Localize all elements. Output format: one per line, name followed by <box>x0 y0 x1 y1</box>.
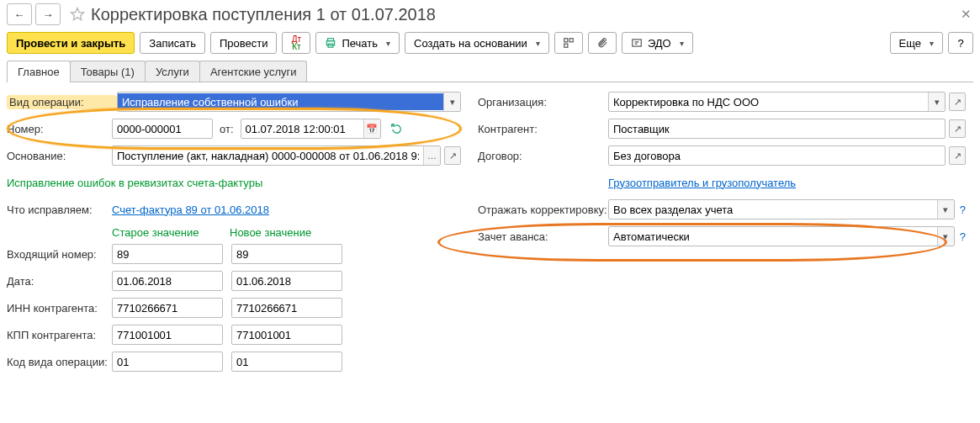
basis-select-button[interactable]: … <box>423 146 440 165</box>
new-date-input[interactable] <box>232 272 342 289</box>
tab-main[interactable]: Главное <box>7 61 71 82</box>
kpp-label: КПП контрагента: <box>7 329 112 341</box>
org-open-button[interactable]: ↗ <box>949 93 966 111</box>
new-value-header: Новое значение <box>230 226 339 239</box>
what-fix-label: Что исправляем: <box>7 204 112 216</box>
reflect-help-icon[interactable]: ? <box>960 204 966 216</box>
svg-marker-0 <box>72 8 84 20</box>
arrow-left-icon: ← <box>14 8 25 21</box>
contract-input[interactable] <box>609 147 945 164</box>
tab-services[interactable]: Услуги <box>145 61 200 82</box>
new-inn-input[interactable] <box>232 299 342 316</box>
advance-label: Зачет аванса: <box>478 230 608 243</box>
post-button[interactable]: Провести <box>210 32 278 54</box>
new-op-code-input[interactable] <box>232 353 342 370</box>
old-kpp-input[interactable] <box>113 326 222 343</box>
op-type-input[interactable] <box>118 93 443 110</box>
number-input[interactable] <box>113 120 212 137</box>
svg-rect-4 <box>564 39 568 42</box>
op-type-label: Вид операции: <box>7 95 117 109</box>
reflect-dropdown[interactable]: ▾ <box>937 200 954 219</box>
basis-open-button[interactable]: ↗ <box>444 146 461 165</box>
close-button[interactable]: ✕ <box>961 7 972 22</box>
more-button[interactable]: Еще <box>890 32 943 54</box>
contractor-label: Контрагент: <box>478 123 608 135</box>
structure-button[interactable] <box>554 32 583 54</box>
reflect-input[interactable] <box>609 201 937 218</box>
dtkt-icon: ДтКт <box>292 35 301 50</box>
org-dropdown[interactable]: ▾ <box>928 93 945 111</box>
svg-rect-6 <box>564 44 568 47</box>
inn-label: ИНН контрагента: <box>7 302 112 315</box>
from-label: от: <box>220 123 234 135</box>
contractor-open-button[interactable]: ↗ <box>949 119 966 138</box>
old-in-number-input[interactable] <box>113 246 222 262</box>
refresh-icon[interactable] <box>389 122 403 135</box>
basis-input[interactable] <box>113 147 423 164</box>
in-number-label: Входящий номер: <box>7 248 112 261</box>
print-button[interactable]: Печать <box>315 32 400 54</box>
date-input[interactable] <box>241 120 363 137</box>
svg-rect-7 <box>633 40 642 46</box>
old-op-code-input[interactable] <box>113 353 222 370</box>
create-based-button[interactable]: Создать на основании <box>405 32 549 54</box>
help-button[interactable]: ? <box>948 32 973 54</box>
edo-icon <box>631 37 643 49</box>
tab-goods[interactable]: Товары (1) <box>70 61 146 82</box>
svg-rect-5 <box>569 39 573 42</box>
attach-button[interactable] <box>588 32 617 54</box>
number-label: Номер: <box>7 123 112 135</box>
write-button[interactable]: Записать <box>140 32 205 54</box>
invoice-link[interactable]: Счет-фактура 89 от 01.06.2018 <box>112 204 269 216</box>
arrow-right-icon: → <box>43 8 54 21</box>
op-code-label: Код вида операции: <box>7 356 112 368</box>
basis-label: Основание: <box>7 150 112 162</box>
fix-note-label: Исправление ошибок в реквизитах счета-фа… <box>7 177 262 189</box>
new-kpp-input[interactable] <box>232 326 342 343</box>
printer-icon <box>325 37 336 49</box>
shipper-link[interactable]: Грузоотправитель и грузополучатель <box>608 177 796 189</box>
edo-button[interactable]: ЭДО <box>622 32 693 54</box>
paperclip-icon <box>596 37 608 49</box>
page-title: Корректировка поступления 1 от 01.07.201… <box>91 5 436 24</box>
old-value-header: Старое значение <box>112 226 221 239</box>
advance-help-icon[interactable]: ? <box>960 230 966 243</box>
op-type-dropdown[interactable]: ▾ <box>443 93 460 111</box>
date-picker-button[interactable]: 📅 <box>363 119 380 138</box>
contractor-input[interactable] <box>609 120 945 137</box>
favorite-star-icon[interactable] <box>69 6 86 23</box>
org-input[interactable] <box>609 93 928 110</box>
reflect-label: Отражать корректировку: <box>478 204 608 216</box>
old-date-input[interactable] <box>113 272 222 289</box>
nav-back-button[interactable]: ← <box>7 3 32 25</box>
contract-open-button[interactable]: ↗ <box>949 146 966 165</box>
org-label: Организация: <box>478 96 608 108</box>
new-in-number-input[interactable] <box>232 246 342 262</box>
tab-agent[interactable]: Агентские услуги <box>199 61 308 82</box>
date-label: Дата: <box>7 275 112 288</box>
contract-label: Договор: <box>478 150 608 162</box>
old-inn-input[interactable] <box>113 299 222 316</box>
post-and-close-button[interactable]: Провести и закрыть <box>7 32 135 54</box>
structure-icon <box>563 37 575 49</box>
dtkt-button[interactable]: ДтКт <box>282 32 310 54</box>
calendar-icon: 📅 <box>366 124 378 135</box>
advance-dropdown[interactable]: ▾ <box>937 227 954 246</box>
advance-input[interactable] <box>609 228 937 245</box>
nav-forward-button[interactable]: → <box>35 3 61 25</box>
